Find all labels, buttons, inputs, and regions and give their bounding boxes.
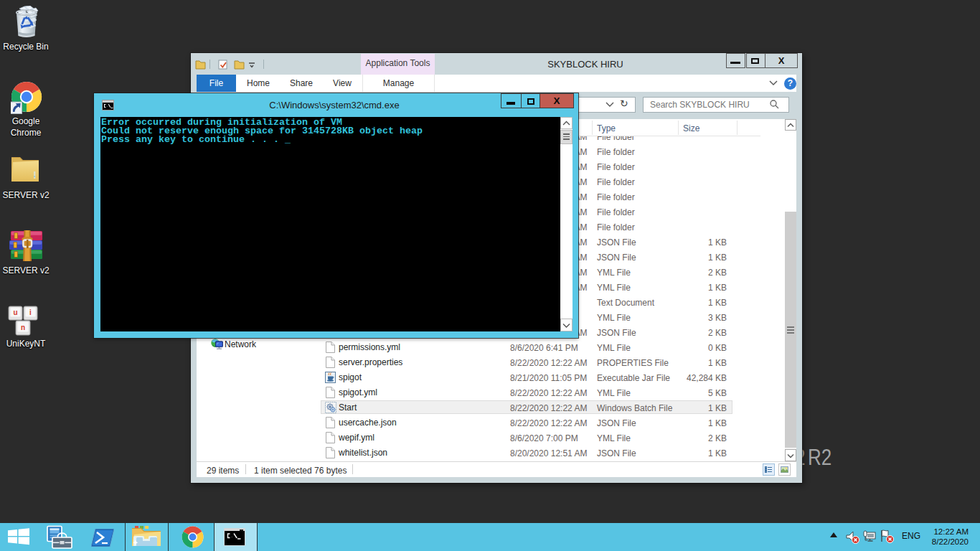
svg-text:u: u	[13, 309, 17, 316]
svg-text:i: i	[29, 309, 32, 316]
svg-text:n: n	[21, 324, 25, 331]
